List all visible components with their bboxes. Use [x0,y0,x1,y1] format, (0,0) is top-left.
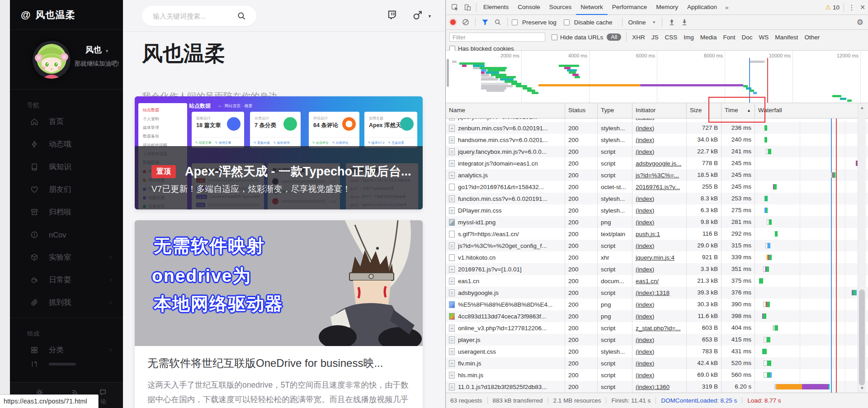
table-row[interactable]: function.min.css?v=6.0.020191...200style… [446,193,868,204]
filter-type-img[interactable]: Img [684,34,694,41]
site-logo[interactable]: @ 风也温柔 [10,0,123,30]
table-row[interactable]: jquery.min.js?v=6.0.020191...(index) [446,119,868,122]
table-scrollbar[interactable]: ▲ ▼ [858,103,866,393]
column-header-size[interactable]: Size [687,103,722,118]
sidebar-item-动态哦[interactable]: 动态哦 [10,133,123,156]
tab-console[interactable]: Console [513,0,545,15]
disable-cache-checkbox[interactable] [564,19,570,25]
initiator-link[interactable]: (index) [636,123,654,134]
table-row[interactable]: %E5%8F%88%E6%8B%8D%E4...200png(index)30.… [446,299,868,310]
initiator-link[interactable]: (index) [636,146,654,157]
table-row[interactable]: myssl-id1.png200png(index)9.8 kB281 ms [446,216,868,228]
tab-memory[interactable]: Memory [651,0,683,15]
table-row[interactable]: handsome.min.css?v=6.0.0201...200stylesh… [446,134,868,146]
initiator-link[interactable]: (index) [636,134,654,146]
table-row[interactable]: hls.min.js200script(index)69.0 kB560 ms [446,369,868,381]
import-har-icon[interactable] [666,17,677,27]
table-row[interactable]: js?id=%3C%=%20get_config_f...200script(i… [446,240,868,251]
stat-link[interactable]: ✎ 插件管理 [274,141,290,145]
throttling-select[interactable]: Online ▼ [628,19,656,26]
caret-down-icon[interactable]: ▼ [428,14,432,19]
comment-icon[interactable] [99,388,107,397]
network-settings-gear-icon[interactable]: ⚙ [857,18,863,27]
stat-link[interactable]: ✎ 管理文章 [215,141,231,145]
filter-all-pill[interactable]: All [607,33,621,41]
table-row[interactable]: 20169761.js?v=[1.0.01]200script(index)3.… [446,263,868,275]
sidebar-item-nCov[interactable]: nCov [10,223,123,246]
featured-post-title[interactable]: Apex-浑然天成 - 一款Typecho正版后台... [185,163,411,180]
initiator-link[interactable]: (index):1318 [636,287,670,299]
preserve-log-checkbox[interactable] [512,19,518,25]
clear-icon[interactable] [460,17,471,27]
table-row[interactable]: v1.hitokoto.cn200xhrjquery.min.js:4921 B… [446,251,868,263]
table-row[interactable]: 11.0.1.js?d182b3f28525f2db83...200script… [446,381,868,393]
devtools-menu-icon[interactable]: ⋮ [846,3,857,12]
table-row[interactable]: adsbygoogle.js200script(index):131839.3 … [446,287,868,299]
column-header-status[interactable]: Status [565,103,598,118]
column-header-name[interactable]: Name [446,103,565,118]
table-row[interactable]: useragent.css200stylesh...(index)783 B43… [446,346,868,357]
initiator-link[interactable]: push.js:1 [636,228,660,240]
filter-type-manifest[interactable]: Manifest [775,34,798,41]
sidebar-item-首页[interactable]: 首页 [10,110,123,133]
tab-network[interactable]: Network [576,0,608,15]
initiator-link[interactable]: jquery.min.js:4 [636,252,675,263]
stat-link[interactable]: ✎ 写新文章 [195,141,212,145]
initiator-link[interactable]: (index) [636,311,654,322]
network-table[interactable]: jquery.min.js?v=6.0.020191...(index)zenb… [446,119,868,393]
stat-link[interactable]: ✎ 更换外观 [254,141,270,145]
search-icon[interactable] [492,17,503,27]
filter-type-other[interactable]: Other [804,34,820,41]
stat-link[interactable]: ✎ 全部评论 [312,141,329,145]
username[interactable]: 风也 ▾ [74,44,119,55]
table-row[interactable]: integrator.js?domain=eas1.cn200scriptads… [446,157,868,169]
tab-application[interactable]: Application [683,0,722,15]
network-overview-timeline[interactable]: 2000 ms4000 ms6000 ms8000 ms10000 ms1200… [446,51,868,103]
initiator-link[interactable]: (index) [636,240,654,251]
stat-link[interactable]: ✎ 主题设置 [388,141,404,145]
initiator-link[interactable]: (index) [636,370,654,381]
search-icon[interactable] [236,11,246,21]
more-tabs-button[interactable]: » [722,4,732,11]
device-toolbar-icon[interactable] [461,2,474,13]
overview-resize-handle[interactable] [447,59,449,87]
scroll-up-icon[interactable]: ▲ [858,105,866,110]
initiator-link[interactable]: (index) [636,299,654,310]
table-row[interactable]: DPlayer.min.css200stylesh...(index)6.3 k… [446,204,868,216]
table-row[interactable]: flv.min.js200script(index)42.4 kB520 ms [446,357,868,369]
column-header-time[interactable]: Time▲ [722,103,755,118]
column-header-type[interactable]: Type [598,103,632,118]
filter-type-font[interactable]: Font [723,34,736,41]
table-row[interactable]: eas1.cn200docum...eas1.cn/21.3 kB375 ms [446,275,868,287]
filter-type-css[interactable]: CSS [665,34,678,41]
initiator-link[interactable]: (index) [636,358,654,369]
initiator-link[interactable]: 20169761.js?v... [636,181,680,193]
initiator-link[interactable]: adsbygoogle.js... [636,158,681,169]
gender-male-icon[interactable] [412,9,424,21]
record-button[interactable] [450,19,456,25]
sidebar-item-clipped[interactable] [10,361,123,367]
sidebar-item-实验室[interactable]: 实验室 [10,246,123,269]
export-har-icon[interactable] [679,17,690,27]
table-row[interactable]: s.gif?l=https://eas1.cn/200text/plainpus… [446,228,868,240]
initiator-link[interactable]: (index) [636,346,654,357]
avatar[interactable] [33,41,71,79]
table-row[interactable]: jquery.fancybox.min.js?v=6.0.0...200scri… [446,146,868,157]
initiator-link[interactable]: (index) [636,205,654,216]
tab-performance[interactable]: Performance [608,0,651,15]
inspect-element-icon[interactable] [448,2,461,13]
table-row[interactable]: analytics.js200scriptjs?id=%3C%=...18.5 … [446,169,868,181]
initiator-link[interactable]: js?id=%3C%=... [636,170,679,181]
tab-sources[interactable]: Sources [545,0,576,15]
initiator-link[interactable]: z_stat.php?id=... [636,323,680,334]
search-input[interactable] [153,6,234,26]
initiator-link[interactable]: (index) [636,334,654,346]
featured-post-card[interactable]: 站点数据 ⌂ · 网站首页 · 概要 站点数据个人资料媒体管理数据备份评论邮件提… [135,96,423,209]
filter-input[interactable] [449,33,545,42]
initiator-link[interactable]: (index) [636,119,654,122]
filter-type-media[interactable]: Media [700,34,717,41]
column-header-initiator[interactable]: Initiator [632,103,687,118]
initiator-link[interactable]: (index):1360 [636,381,670,393]
table-row[interactable]: online_v3.php?id=1277812206...200scriptz… [446,322,868,334]
post-card[interactable]: 无需软件映射 onedrive为 本地网络驱动器 无需软件将世纪互联版OneDr… [135,220,423,408]
